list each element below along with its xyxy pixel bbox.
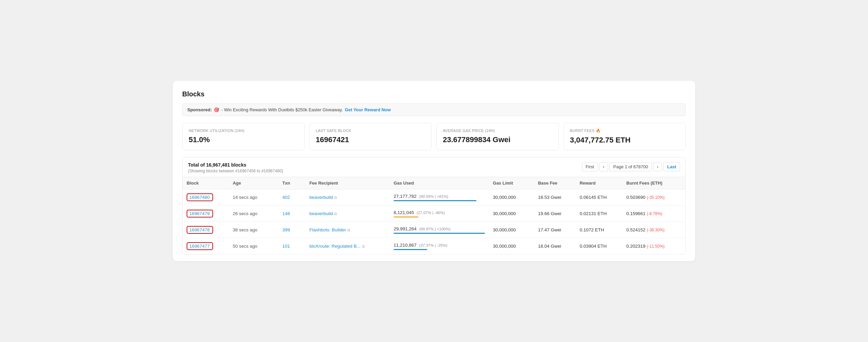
reward-value-3: 0.03904 ETH [580, 244, 607, 249]
age-value-3: 50 secs ago [233, 244, 258, 249]
stat-avg-gas-price-label: AVERAGE GAS PRICE (24H) [443, 129, 552, 133]
cell-gas-limit-2: 30,000,000 [489, 222, 534, 238]
block-link-2[interactable]: 16967478 [189, 227, 210, 232]
txn-link-0[interactable]: 402 [282, 195, 290, 200]
stats-grid: NETWORK UTILIZATION (24H) 51.0% LAST SAF… [182, 123, 686, 150]
cell-fee-recipient-3: bloXroute: Regulated B...⧉ [305, 238, 390, 254]
recipient-link-1[interactable]: beaverbuild [309, 211, 333, 216]
cell-burnt-fees-1: 0.159661 (-8.78%) [622, 206, 685, 222]
recipient-link-0[interactable]: beaverbuild [309, 195, 333, 200]
col-header-burnt-fees: Burnt Fees (ETH) [622, 177, 685, 189]
copy-icon-3[interactable]: ⧉ [362, 244, 365, 249]
cell-fee-recipient-1: beaverbuild⧉ [305, 206, 390, 222]
showing-range: (Showing blocks between #16967456 to #16… [188, 169, 283, 173]
cell-burnt-fees-3: 0.202319 (-11.50%) [622, 238, 685, 254]
gas-used-pct-2: (99.97% | +100%) [419, 227, 450, 231]
txn-link-3[interactable]: 101 [282, 244, 290, 249]
base-fee-value-0: 18.53 Gwei [538, 195, 561, 200]
stat-avg-gas-price: AVERAGE GAS PRICE (24H) 23.677899834 Gwe… [436, 123, 559, 150]
block-link-1[interactable]: 16967479 [189, 211, 210, 216]
burnt-fees-value-0: 0.503690 [626, 195, 645, 200]
table-column-headers: Block Age Txn Fee Recipient Gas Used [183, 177, 685, 189]
sponsored-label: Sponsored: [187, 107, 212, 112]
page-title: Blocks [182, 90, 686, 98]
gas-used-pct-0: (90.59% | +81%) [419, 194, 448, 198]
col-header-fee-recipient: Fee Recipient [305, 177, 390, 189]
cell-block-3: 16967477 [183, 238, 229, 254]
cell-age-0: 14 secs ago [229, 189, 278, 206]
reward-value-0: 0.06145 ETH [580, 195, 607, 200]
pagination-prev-button[interactable]: ‹ [599, 162, 608, 171]
main-container: Blocks Sponsored: 🎯 - Win Exciting Rewar… [173, 81, 695, 261]
sponsored-bar: Sponsored: 🎯 - Win Exciting Rewards With… [182, 103, 686, 116]
recipient-link-3[interactable]: bloXroute: Regulated B... [309, 244, 361, 249]
burnt-fees-value-1: 0.159661 [626, 211, 645, 216]
cell-fee-recipient-2: Flashbots: Builder⧉ [305, 222, 390, 238]
stat-network-utilization-label: NETWORK UTILIZATION (24H) [189, 129, 298, 133]
txn-link-1[interactable]: 148 [282, 211, 290, 216]
pagination-next-button[interactable]: › [653, 162, 662, 171]
sponsor-link[interactable]: Get Your Reward Now [345, 107, 391, 112]
col-header-base-fee: Base Fee [534, 177, 575, 189]
gas-used-main-2: 29,991,264 [394, 226, 417, 231]
cell-block-1: 16967479 [183, 206, 229, 222]
cell-fee-recipient-0: beaverbuild⧉ [305, 189, 390, 206]
cell-gas-limit-0: 30,000,000 [489, 189, 534, 206]
pagination-first-button[interactable]: First [582, 162, 598, 171]
txn-link-2[interactable]: 399 [282, 227, 290, 232]
col-header-txn: Txn [278, 177, 305, 189]
pagination: First ‹ Page 1 of 678700 › Last [582, 162, 680, 171]
copy-icon-2[interactable]: ⧉ [347, 228, 350, 232]
recipient-link-2[interactable]: Flashbots: Builder [309, 227, 346, 232]
copy-icon-0[interactable]: ⧉ [334, 195, 337, 200]
col-header-block: Block [183, 177, 229, 189]
gas-used-pct-1: (27.07% | -46%) [417, 211, 445, 215]
reward-value-2: 0.1072 ETH [580, 227, 604, 232]
stat-burnt-fees-value: 3,047,772.75 ETH [570, 136, 680, 145]
gas-used-main-0: 27,177,782 [394, 194, 417, 199]
stat-burnt-fees-label: BURNT FEES 🔥 [570, 129, 680, 133]
base-fee-value-1: 19.66 Gwei [538, 211, 561, 216]
gas-bar-0 [394, 200, 476, 201]
table-row: 1696748014 secs ago402beaverbuild⧉ 27,17… [183, 189, 685, 206]
stat-last-safe-block-label: LAST SAFE BLOCK [316, 129, 426, 133]
col-header-gas-limit: Gas Limit [489, 177, 534, 189]
cell-base-fee-0: 18.53 Gwei [534, 189, 575, 206]
cell-base-fee-2: 17.47 Gwei [534, 222, 575, 238]
copy-icon-1[interactable]: ⧉ [334, 212, 337, 216]
table-row: 1696747750 secs ago101bloXroute: Regulat… [183, 238, 685, 254]
gas-used-main-1: 8,121,045 [394, 210, 414, 215]
cell-burnt-fees-2: 0.524152 (-38.30%) [622, 222, 685, 238]
table-row: 1696747926 secs ago148beaverbuild⧉ 8,121… [183, 206, 685, 222]
gas-bar-1 [394, 216, 418, 217]
age-value-0: 14 secs ago [233, 195, 258, 200]
table-row: 1696747838 secs ago399Flashbots: Builder… [183, 222, 685, 238]
stat-network-utilization-value: 51.0% [189, 135, 298, 144]
cell-txn-1: 148 [278, 206, 305, 222]
base-fee-value-2: 17.47 Gwei [538, 227, 561, 232]
col-header-age: Age [229, 177, 278, 189]
cell-txn-2: 399 [278, 222, 305, 238]
cell-age-2: 38 secs ago [229, 222, 278, 238]
gas-bar-2 [394, 233, 485, 234]
cell-gas-limit-3: 30,000,000 [489, 238, 534, 254]
cell-base-fee-1: 19.66 Gwei [534, 206, 575, 222]
sponsor-text: - Win Exciting Rewards With Duelbits $25… [221, 107, 343, 112]
cell-reward-2: 0.1072 ETH [575, 222, 622, 238]
block-link-3[interactable]: 16967477 [189, 244, 210, 249]
block-link-0[interactable]: 16967480 [189, 195, 210, 200]
table-header-row: Total of 16,967,481 blocks (Showing bloc… [183, 157, 685, 177]
burnt-fees-pct-1: (-8.78%) [647, 211, 662, 216]
gas-bar-container-3: 11,210,867 (37.37% | -25%) [394, 243, 485, 250]
col-header-reward: Reward [575, 177, 622, 189]
gas-bar-3 [394, 249, 427, 250]
gas-used-pct-3: (37.37% | -25%) [419, 243, 447, 247]
blocks-table: Block Age Txn Fee Recipient Gas Used [183, 177, 685, 254]
stat-last-safe-block: LAST SAFE BLOCK 16967421 [309, 123, 432, 150]
burnt-fees-value-2: 0.524152 [626, 227, 645, 232]
cell-txn-0: 402 [278, 189, 305, 206]
cell-reward-1: 0.02131 ETH [575, 206, 622, 222]
pagination-last-button[interactable]: Last [663, 162, 680, 171]
gas-used-main-3: 11,210,867 [394, 243, 417, 248]
cell-reward-3: 0.03904 ETH [575, 238, 622, 254]
